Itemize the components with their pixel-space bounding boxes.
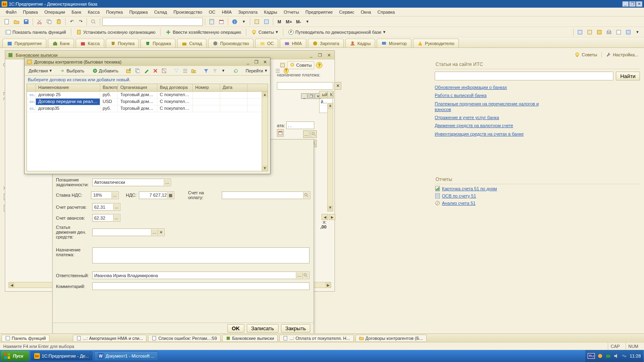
- table-row[interactable]: ▭ договор 25 руб. Торговый дом "Ко... С …: [27, 92, 268, 99]
- show-fn-panel-button[interactable]: Показать панель функций: [2, 28, 69, 37]
- memory-mplus-button[interactable]: M+: [284, 18, 294, 26]
- contracts-col-type[interactable]: Вид договора: [157, 84, 193, 91]
- peek-lookup-search-1[interactable]: [310, 130, 317, 138]
- restore-button[interactable]: ❐: [629, 1, 636, 7]
- contracts-grid[interactable]: Наименование Валюта Организация Вид дого…: [27, 84, 268, 171]
- bank-panel-minimize[interactable]: _: [308, 52, 314, 58]
- set-main-org-button[interactable]: Установить основную организацию: [73, 28, 159, 37]
- sub-maximize[interactable]: ❐: [308, 93, 314, 99]
- menu-os[interactable]: ОС: [206, 8, 219, 16]
- menu-operations[interactable]: Операции: [41, 8, 68, 16]
- cashflow-item-select[interactable]: …: [151, 229, 157, 235]
- peek-col-2[interactable]: К: [328, 91, 333, 98]
- menu-salary[interactable]: Зарплата: [235, 8, 261, 16]
- right-tool-5-icon[interactable]: [614, 28, 623, 36]
- paste-icon[interactable]: [54, 18, 63, 26]
- clock[interactable]: 11:28: [630, 354, 641, 358]
- vat-rate-select-button[interactable]: …: [111, 192, 118, 198]
- wintab-fn-panel[interactable]: Панель функций: [2, 335, 50, 342]
- tab-purchase[interactable]: Покупка: [106, 39, 139, 47]
- cashflow-item-clear[interactable]: ✕: [157, 229, 164, 235]
- peek-date-calendar-button[interactable]: [277, 129, 284, 137]
- responsible-search[interactable]: [302, 272, 309, 278]
- vat-calc-button[interactable]: ▦: [167, 192, 173, 198]
- language-indicator[interactable]: RU: [588, 353, 595, 359]
- guide-button[interactable]: Путеводитель по демонстрационной базе ▾: [285, 28, 388, 37]
- menu-production[interactable]: Производство: [170, 8, 206, 16]
- menu-bank[interactable]: Банк: [68, 8, 85, 16]
- invoice-search-button[interactable]: [303, 192, 310, 198]
- contracts-scrollbar[interactable]: ▲ ▼: [262, 92, 268, 171]
- debt-repayment-select-button[interactable]: …: [164, 179, 170, 185]
- bank-panel-maximize[interactable]: ❐: [317, 52, 323, 58]
- close-button[interactable]: ✕: [636, 1, 642, 7]
- its-search-input[interactable]: [435, 72, 613, 80]
- tab-salary[interactable]: Зарплата: [308, 39, 344, 47]
- contracts-filter-icon[interactable]: [202, 67, 210, 75]
- bank-tips-button[interactable]: Советы: [287, 61, 314, 69]
- tab-bank[interactable]: Банк: [48, 39, 74, 47]
- contracts-refresh-icon[interactable]: [231, 67, 239, 75]
- tray-icon-1[interactable]: [597, 353, 603, 359]
- its-link-3[interactable]: Платежные поручения на перечисление нало…: [435, 101, 551, 113]
- contracts-flatlist-icon[interactable]: [181, 67, 189, 75]
- sub-minimize[interactable]: _: [301, 93, 308, 99]
- table-row[interactable]: ▭ договор35 руб. Торговый дом "Ко... С п…: [27, 105, 268, 112]
- tips-link[interactable]: Советы: [573, 51, 599, 58]
- contracts-filter-off-icon[interactable]: [211, 67, 219, 75]
- contracts-copy-icon[interactable]: [133, 67, 141, 75]
- save-icon[interactable]: [22, 18, 31, 26]
- sub-hscroll-right[interactable]: ▶: [329, 214, 335, 220]
- menu-enterprise[interactable]: Предприятие: [302, 8, 336, 16]
- right-tool-dropdown[interactable]: ▾: [634, 28, 642, 36]
- memory-m-button[interactable]: M: [275, 18, 283, 26]
- peek-date-input[interactable]: . .: [286, 121, 314, 129]
- taskbar-app-1c[interactable]: 1c 1С:Предприятие - Де...: [31, 351, 93, 361]
- menu-reports[interactable]: Отчеты: [281, 8, 302, 16]
- menu-file[interactable]: Файл: [2, 8, 20, 16]
- tray-volume-icon[interactable]: [613, 353, 619, 359]
- contracts-choose-button[interactable]: Выбрать: [58, 67, 86, 75]
- bank-panel-close[interactable]: ✕: [326, 52, 332, 58]
- responsible-select[interactable]: …: [296, 272, 302, 278]
- report-link-1[interactable]: Карточка счета 51 по дням: [435, 186, 640, 191]
- taskbar-app-word[interactable]: W Документ1 - Microsoft ...: [94, 351, 158, 361]
- contracts-toggle-icon[interactable]: [160, 67, 168, 75]
- report-link-3[interactable]: Анализ счета 51: [435, 200, 640, 206]
- menu-warehouse[interactable]: Склад: [151, 8, 170, 16]
- tool-misc-icon[interactable]: [252, 18, 261, 26]
- contracts-add-button[interactable]: Добавить: [91, 67, 121, 75]
- memory-mminus-button[interactable]: M-: [295, 18, 303, 26]
- tab-warehouse[interactable]: Склад: [177, 39, 206, 47]
- contracts-edit-icon[interactable]: [142, 67, 150, 75]
- bank-filter-clear-button[interactable]: ✕: [334, 82, 341, 90]
- contracts-col-date[interactable]: Дата: [220, 84, 248, 91]
- wintab-contracts[interactable]: Договоры контрагентов (Б...: [355, 335, 427, 342]
- tab-kadry[interactable]: Кадры: [345, 39, 375, 47]
- info-icon[interactable]: i: [230, 18, 239, 26]
- contracts-col-org[interactable]: Организация: [118, 84, 157, 91]
- contracts-col-number[interactable]: Номер: [193, 84, 220, 91]
- calendar-icon[interactable]: [217, 18, 226, 26]
- its-link-4[interactable]: Отражение в учете услуг банка: [435, 115, 551, 120]
- new-document-icon[interactable]: [2, 18, 11, 26]
- print-icon[interactable]: [605, 28, 613, 36]
- cut-icon[interactable]: [35, 18, 44, 26]
- wintab-errors[interactable]: Список ошибок: Реглам...:59: [148, 335, 220, 342]
- tab-production[interactable]: Производство: [208, 39, 254, 47]
- contracts-scroll-down[interactable]: ▼: [262, 165, 268, 171]
- settlement-account-input[interactable]: 62.31 …: [92, 203, 120, 211]
- report-link-2[interactable]: ОСВ по счету 51: [435, 193, 640, 199]
- tab-manager[interactable]: Руководителю: [413, 39, 459, 47]
- payment-purpose-textarea[interactable]: [92, 247, 310, 263]
- peek-col-1[interactable]: ый: [320, 91, 328, 98]
- contracts-hier-icon[interactable]: [172, 67, 180, 75]
- sub-hscroll-left[interactable]: ◀: [322, 214, 328, 220]
- menu-kassa[interactable]: Касса: [85, 8, 103, 16]
- tab-os[interactable]: ОС: [255, 39, 279, 47]
- contracts-help-icon[interactable]: ?: [282, 67, 290, 75]
- bank-hscroll-right[interactable]: ▶: [325, 282, 331, 288]
- contracts-filter-menu[interactable]: ▾: [219, 67, 227, 75]
- open-icon[interactable]: [12, 18, 21, 26]
- menu-purchase[interactable]: Покупка: [103, 8, 126, 16]
